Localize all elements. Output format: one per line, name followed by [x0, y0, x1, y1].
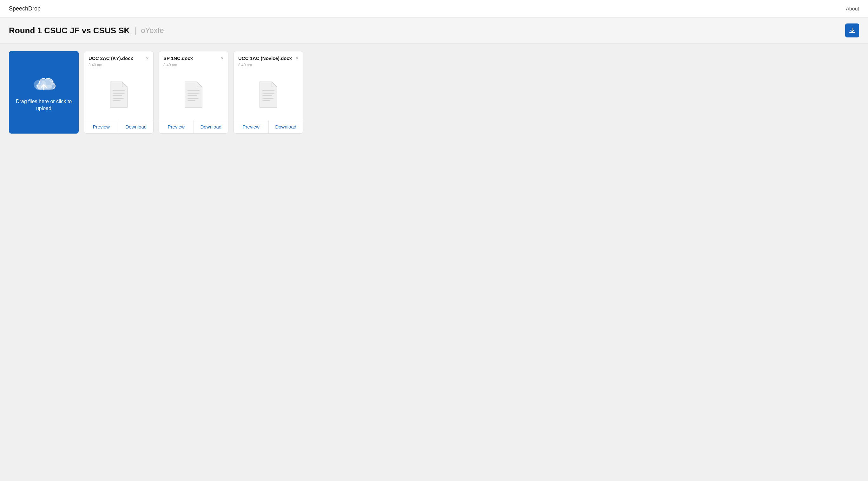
app-logo: SpeechDrop	[9, 5, 41, 12]
file-doc-icon	[182, 81, 205, 109]
file-close-button[interactable]: ×	[146, 56, 149, 61]
preview-button[interactable]: Preview	[159, 120, 193, 133]
subheader: Round 1 CSUC JF vs CSUS SK | oYoxfe	[0, 18, 868, 43]
subheader-title-area: Round 1 CSUC JF vs CSUS SK | oYoxfe	[9, 26, 164, 35]
svg-rect-15	[262, 93, 274, 94]
file-time: 8:40 am	[234, 63, 303, 69]
upload-zone[interactable]: Drag files here or click to upload	[9, 51, 79, 133]
file-doc-icon	[107, 81, 130, 109]
round-code: oYoxfe	[141, 26, 164, 35]
file-close-button[interactable]: ×	[221, 56, 224, 61]
file-card-header: SP 1NC.docx ×	[159, 51, 228, 63]
svg-rect-6	[113, 95, 122, 96]
header: SpeechDrop About	[0, 0, 868, 18]
file-card: UCC 1AC (Novice).docx × 8:40 am Preview …	[234, 51, 303, 133]
file-time: 8:40 am	[84, 63, 153, 69]
download-button[interactable]: Download	[269, 120, 303, 133]
file-icon-area	[159, 69, 228, 120]
file-card-header: UCC 1AC (Novice).docx ×	[234, 51, 303, 63]
main-content: Drag files here or click to upload UCC 2…	[0, 43, 868, 141]
svg-rect-18	[262, 100, 270, 101]
file-icon-area	[84, 69, 153, 120]
file-close-button[interactable]: ×	[296, 56, 299, 61]
round-title: Round 1 CSUC JF vs CSUS SK	[9, 26, 130, 35]
upload-cloud-icon	[31, 73, 57, 93]
about-link[interactable]: About	[846, 6, 859, 12]
title-divider: |	[134, 26, 136, 35]
preview-button[interactable]: Preview	[234, 120, 269, 133]
svg-rect-9	[187, 90, 199, 91]
svg-rect-10	[187, 93, 199, 94]
svg-rect-4	[113, 90, 125, 91]
svg-rect-7	[113, 98, 124, 99]
file-card-header: UCC 2AC (KY).docx ×	[84, 51, 153, 63]
svg-rect-13	[187, 100, 195, 101]
file-card-actions: Preview Download	[84, 120, 153, 133]
download-all-button[interactable]	[845, 24, 859, 37]
file-time: 8:40 am	[159, 63, 228, 69]
file-icon-area	[234, 69, 303, 120]
download-button[interactable]: Download	[119, 120, 154, 133]
svg-rect-14	[262, 90, 274, 91]
svg-rect-17	[262, 98, 274, 99]
file-name: UCC 2AC (KY).docx	[89, 55, 144, 62]
file-card-actions: Preview Download	[234, 120, 303, 133]
upload-label: Drag files here or click to upload	[9, 98, 79, 112]
svg-rect-12	[187, 98, 198, 99]
file-card: SP 1NC.docx × 8:40 am Preview Download	[159, 51, 228, 133]
svg-rect-8	[113, 100, 121, 101]
file-card: UCC 2AC (KY).docx × 8:40 am Preview Down…	[84, 51, 154, 133]
download-all-icon	[849, 27, 856, 34]
download-button[interactable]: Download	[194, 120, 228, 133]
svg-rect-5	[113, 93, 125, 94]
preview-button[interactable]: Preview	[84, 120, 119, 133]
svg-rect-16	[262, 95, 272, 96]
file-name: UCC 1AC (Novice).docx	[238, 55, 293, 62]
file-name: SP 1NC.docx	[163, 55, 218, 62]
file-card-actions: Preview Download	[159, 120, 228, 133]
file-doc-icon	[257, 81, 279, 109]
svg-rect-11	[187, 95, 197, 96]
file-cards-area: UCC 2AC (KY).docx × 8:40 am Preview Down…	[84, 51, 303, 133]
